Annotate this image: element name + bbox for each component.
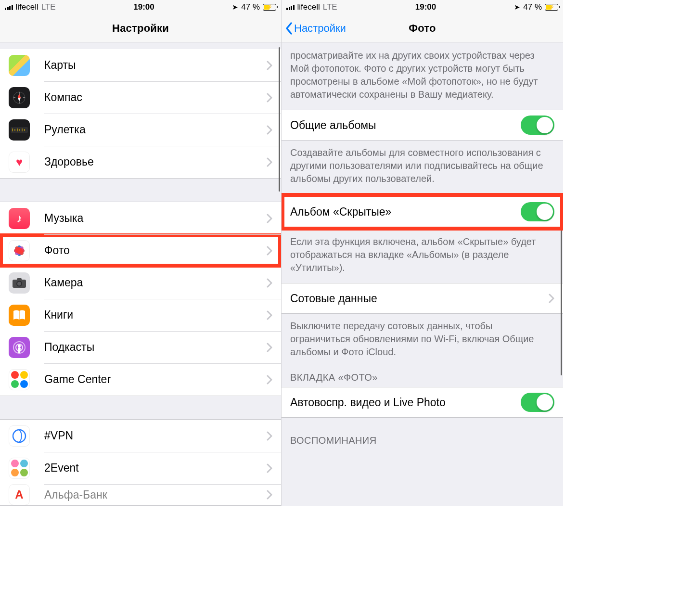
battery-icon: ⚡ xyxy=(263,4,276,11)
row-label: Компас xyxy=(44,91,267,104)
status-bar: lifecell LTE 19:00 ➤ 47 % ⚡ xyxy=(0,0,281,14)
row-label: #VPN xyxy=(44,429,267,442)
row-cellular-data[interactable]: Сотовые данные xyxy=(282,283,563,313)
settings-root-screen: lifecell LTE 19:00 ➤ 47 % ⚡ Настройки Ка… xyxy=(0,0,282,506)
signal-icon xyxy=(5,5,13,10)
chevron-right-icon xyxy=(267,246,272,256)
row-maps[interactable]: Карты xyxy=(0,49,281,81)
cellular-footer: Выключите передачу сотовых данных, чтобы… xyxy=(282,314,563,367)
scrollbar[interactable] xyxy=(279,47,280,192)
row-label: Подкасты xyxy=(44,341,267,354)
scrollbar[interactable] xyxy=(561,217,562,375)
chevron-right-icon xyxy=(267,490,272,500)
row-compass[interactable]: Компас xyxy=(0,81,281,114)
svg-rect-21 xyxy=(17,278,22,281)
row-alfa-bank[interactable]: A Альфа-Банк xyxy=(0,484,281,505)
chevron-right-icon xyxy=(267,93,272,103)
row-label: 2Event xyxy=(44,462,267,475)
toggle-shared-albums[interactable] xyxy=(521,116,554,135)
svg-rect-5 xyxy=(11,127,28,133)
settings-group-1: Карты Компас Рулетка ♥ Здоровье xyxy=(0,49,281,179)
hidden-album-group: Альбом «Скрытые» xyxy=(282,194,563,230)
shared-albums-group: Общие альбомы xyxy=(282,110,563,141)
row-camera[interactable]: Камера xyxy=(0,267,281,299)
camera-icon xyxy=(9,272,30,294)
row-hidden-album[interactable]: Альбом «Скрытые» xyxy=(282,194,563,229)
toggle-autoplay[interactable] xyxy=(521,393,554,412)
chevron-right-icon xyxy=(267,343,272,352)
music-icon: ♪ xyxy=(9,208,30,229)
row-podcasts[interactable]: Подкасты xyxy=(0,331,281,363)
battery-pct: 47 % xyxy=(523,2,542,12)
row-photos[interactable]: Фото xyxy=(0,234,281,267)
row-label: Автовоспр. видео и Live Photo xyxy=(290,396,521,409)
row-autoplay[interactable]: Автовоспр. видео и Live Photo xyxy=(282,387,563,417)
row-game-center[interactable]: Game Center xyxy=(0,363,281,396)
cellular-group: Сотовые данные xyxy=(282,283,563,314)
health-icon: ♥ xyxy=(9,152,30,173)
chevron-right-icon xyxy=(267,463,272,473)
row-2event[interactable]: 2Event xyxy=(0,452,281,484)
alfa-bank-icon: A xyxy=(9,484,30,505)
row-measure[interactable]: Рулетка xyxy=(0,114,281,146)
autoplay-group: Автовоспр. видео и Live Photo xyxy=(282,387,563,418)
podcasts-icon xyxy=(9,337,30,358)
hidden-album-footer: Если эта функция включена, альбом «Скрыт… xyxy=(282,230,563,283)
photostream-footer: просматривайте их на других своих устрой… xyxy=(282,42,563,110)
chevron-right-icon xyxy=(267,125,272,135)
row-music[interactable]: ♪ Музыка xyxy=(0,202,281,234)
photos-settings-screen: lifecell LTE 19:00 ➤ 47 % ⚡ Настройки Фо… xyxy=(282,0,563,506)
row-label: Карты xyxy=(44,59,267,72)
location-icon: ➤ xyxy=(514,3,520,12)
row-label: Сотовые данные xyxy=(290,292,549,305)
section-header-photos-tab: ВКЛАДКА «ФОТО» xyxy=(282,367,563,387)
chevron-right-icon xyxy=(267,61,272,70)
clock: 19:00 xyxy=(133,2,154,12)
back-button[interactable]: Настройки xyxy=(284,22,346,35)
nav-bar: Настройки Фото xyxy=(282,14,563,42)
shared-albums-footer: Создавайте альбомы для совместного испол… xyxy=(282,141,563,194)
row-label: Альфа-Банк xyxy=(44,488,267,501)
chevron-right-icon xyxy=(267,375,272,385)
page-title: Фото xyxy=(409,22,436,35)
row-label: Общие альбомы xyxy=(290,119,521,132)
vpn-app-icon xyxy=(9,425,30,447)
signal-icon xyxy=(286,5,295,10)
settings-group-3: #VPN 2Event A Альфа-Банк xyxy=(0,419,281,506)
row-label: Здоровье xyxy=(44,155,267,168)
carrier-label: lifecell xyxy=(16,2,38,12)
back-label: Настройки xyxy=(294,22,346,35)
network-label: LTE xyxy=(323,2,337,12)
row-label: Фото xyxy=(44,244,267,257)
row-health[interactable]: ♥ Здоровье xyxy=(0,146,281,178)
chevron-right-icon xyxy=(267,278,272,288)
location-icon: ➤ xyxy=(232,3,238,12)
svg-point-23 xyxy=(17,282,21,285)
svg-point-28 xyxy=(13,430,26,442)
chevron-right-icon xyxy=(267,214,272,223)
compass-icon xyxy=(9,87,30,108)
toggle-hidden-album[interactable] xyxy=(521,202,554,221)
clock: 19:00 xyxy=(415,2,436,12)
2event-app-icon xyxy=(9,458,30,479)
row-label: Книги xyxy=(44,308,267,321)
network-label: LTE xyxy=(41,2,56,12)
row-label: Game Center xyxy=(44,373,267,386)
photos-icon xyxy=(9,240,30,261)
carrier-label: lifecell xyxy=(297,2,320,12)
nav-bar: Настройки xyxy=(0,14,281,42)
row-vpn-app[interactable]: #VPN xyxy=(0,420,281,452)
game-center-icon xyxy=(9,369,30,390)
chevron-right-icon xyxy=(267,157,272,167)
maps-icon xyxy=(9,55,30,76)
chevron-right-icon xyxy=(549,294,554,303)
row-label: Камера xyxy=(44,276,267,289)
settings-group-2: ♪ Музыка Фото Камера Книги Подкасты xyxy=(0,202,281,396)
status-bar: lifecell LTE 19:00 ➤ 47 % ⚡ xyxy=(282,0,563,14)
ruler-icon xyxy=(9,119,30,141)
svg-point-27 xyxy=(18,345,21,347)
row-shared-albums[interactable]: Общие альбомы xyxy=(282,110,563,140)
row-books[interactable]: Книги xyxy=(0,299,281,331)
row-label: Музыка xyxy=(44,212,267,225)
battery-icon: ⚡ xyxy=(545,4,558,11)
